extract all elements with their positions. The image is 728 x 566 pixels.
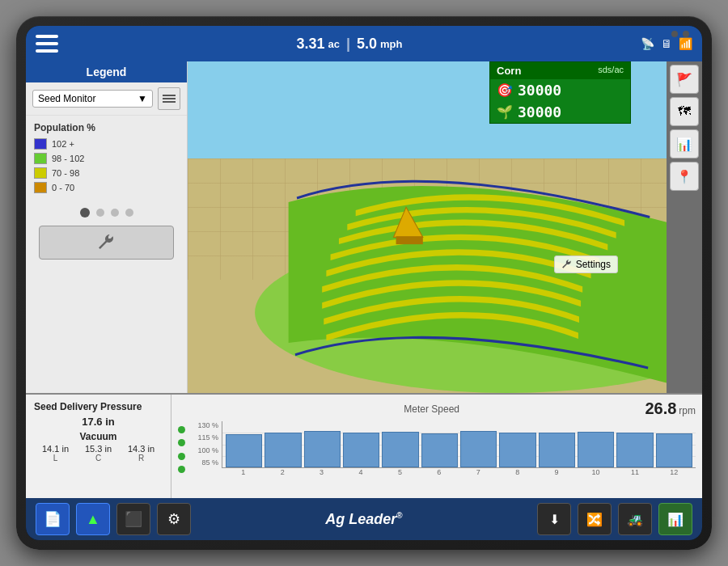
target-icon: 🎯 [497, 82, 513, 98]
svg-rect-3 [396, 236, 423, 244]
settings-wrench-button[interactable] [39, 226, 174, 260]
bar-12 [656, 433, 692, 467]
area-unit: ac [328, 38, 340, 50]
bar-5 [382, 432, 418, 467]
status-dot-2 [178, 439, 185, 446]
menu-button[interactable] [36, 35, 58, 53]
info-panel-header: Corn sds/ac [490, 62, 630, 79]
chart-y-labels: 130 % 115 % 100 % 85 % [189, 421, 222, 476]
chart-rpm-display: 26.8 rpm [645, 399, 696, 418]
vacuum-label: Vacuum [34, 431, 163, 442]
device-dots [671, 31, 689, 37]
toolbar-pin-button[interactable]: 📍 [670, 162, 699, 191]
vacuum-center: 15.3 in C [85, 444, 112, 463]
bar-4 [343, 433, 379, 467]
vacuum-right-value: 14.3 in [128, 444, 154, 454]
vacuum-right-label: R [128, 454, 154, 463]
navigate-icon: ▲ [86, 511, 100, 528]
layer-icon: ⬛ [125, 510, 142, 528]
layer-button[interactable]: ⬛ [116, 503, 150, 535]
list-view-button[interactable] [158, 87, 180, 110]
dot-1 [671, 31, 678, 37]
target-row: 🎯 30000 [490, 79, 630, 101]
download-button[interactable]: ⬇ [537, 503, 571, 535]
bar-3 [304, 431, 341, 467]
y-label-0: 130 % [197, 421, 218, 429]
speed-value: 5.0 [357, 36, 377, 53]
transfer-button[interactable]: 🔀 [578, 503, 612, 535]
tools-icon: ⚙ [167, 510, 180, 528]
bar-9 [539, 433, 575, 467]
status-dot-1 [178, 426, 185, 433]
map-background: Corn sds/ac 🎯 30000 🌱 30000 [188, 61, 667, 393]
doc-button[interactable]: 📄 [36, 503, 70, 535]
status-dot-4 [178, 466, 185, 473]
vacuum-left-value: 14.1 in [42, 444, 69, 454]
x-label-6: 6 [421, 468, 457, 476]
wifi-icon: 📡 [641, 37, 654, 50]
tractor-button[interactable]: 🚜 [618, 503, 652, 535]
bar-11 [616, 433, 653, 467]
top-bar: 3.31 ac | 5.0 mph 📡 🖥 📶 [26, 26, 702, 61]
legend-label-3: 0 - 70 [52, 183, 74, 192]
page-dot-1[interactable] [80, 208, 90, 218]
chart-bars-wrapper: 1 2 3 4 5 6 7 8 9 10 11 12 [222, 421, 696, 476]
bars-row [226, 421, 692, 467]
actual-icon: 🌱 [497, 104, 513, 120]
brand-text: Ag Leader® [325, 511, 402, 528]
pressure-value: 17.6 in [34, 416, 163, 428]
x-label-1: 1 [225, 468, 261, 476]
area-value: 3.31 [296, 36, 324, 53]
legend-header: Legend [26, 61, 187, 82]
x-label-4: 4 [342, 468, 379, 476]
page-dot-4[interactable] [125, 209, 133, 217]
vacuum-center-value: 15.3 in [85, 444, 112, 454]
status-dot-3 [178, 453, 185, 460]
bar-6 [421, 433, 458, 467]
tools-button[interactable]: ⚙ [157, 503, 191, 535]
chart-body: 130 % 115 % 100 % 85 % [178, 421, 696, 476]
crop-info-panel: Corn sds/ac 🎯 30000 🌱 30000 [489, 61, 631, 124]
legend-item-0: 102 + [34, 138, 179, 150]
toolbar-chart-button[interactable]: 📊 [670, 129, 699, 158]
pagination-dots [26, 203, 187, 222]
display-icon: 🖥 [661, 37, 672, 50]
legend-color-0 [34, 138, 47, 150]
chart-rpm-value: 26.8 [645, 399, 676, 418]
dropdown-label: Seed Monitor [38, 93, 95, 104]
main-content: Legend Seed Monitor ▼ Population % [26, 61, 702, 393]
legend-item-2: 70 - 98 [34, 167, 179, 179]
legend-label-1: 98 - 102 [52, 154, 84, 163]
x-label-9: 9 [538, 468, 574, 476]
dot-2 [683, 31, 689, 37]
bar-1 [226, 434, 262, 467]
settings-label[interactable]: Settings [554, 256, 618, 273]
speed-unit: mph [380, 38, 402, 50]
navigate-button[interactable]: ▲ [76, 503, 110, 535]
population-title: Population % [34, 122, 179, 133]
y-label-3: 85 % [201, 458, 218, 467]
left-panel: Legend Seed Monitor ▼ Population % [26, 61, 188, 393]
vacuum-right: 14.3 in R [128, 444, 154, 463]
actual-row: 🌱 30000 [490, 101, 630, 123]
page-dot-2[interactable] [96, 209, 104, 217]
map-area: Corn sds/ac 🎯 30000 🌱 30000 [188, 61, 667, 393]
seed-delivery-title: Seed Delivery Pressure [34, 401, 163, 412]
gauge-button[interactable]: 📊 [658, 503, 692, 535]
layer-dropdown[interactable]: Seed Monitor ▼ [32, 90, 153, 108]
page-dot-3[interactable] [111, 209, 119, 217]
doc-icon: 📄 [44, 510, 61, 528]
bottom-toolbar: 📄 ▲ ⬛ ⚙ Ag Leader® ⬇ [26, 498, 702, 540]
actual-value: 30000 [518, 103, 561, 120]
crop-name: Corn [497, 65, 521, 77]
legend-color-2 [34, 167, 47, 179]
brand-symbol: ® [396, 511, 402, 520]
crop-units: sds/ac [598, 65, 624, 77]
dropdown-row: Seed Monitor ▼ [26, 82, 187, 116]
bar-2 [265, 433, 301, 467]
toolbar-flag-button[interactable]: 🚩 [670, 65, 699, 94]
gauge-icon: 📊 [667, 512, 684, 527]
speed-area-display: 3.31 ac | 5.0 mph [296, 36, 402, 53]
toolbar-map-button[interactable]: 🗺 [670, 97, 699, 126]
legend-color-1 [34, 153, 47, 164]
